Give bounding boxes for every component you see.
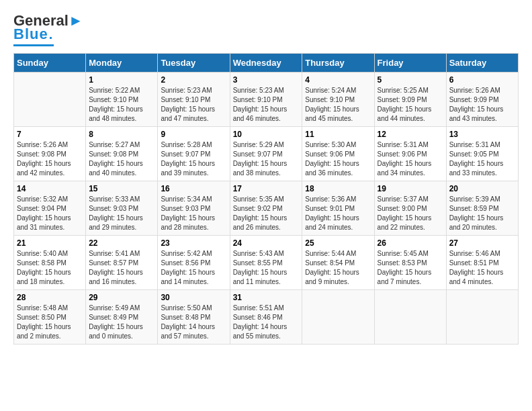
day-info: Sunrise: 5:31 AM Sunset: 9:06 PM Dayligh… <box>378 140 443 178</box>
day-number: 7 <box>17 130 83 139</box>
column-header-friday: Friday <box>374 54 446 73</box>
calendar-cell: 17Sunrise: 5:35 AM Sunset: 9:02 PM Dayli… <box>230 181 302 236</box>
calendar-week-row: 28Sunrise: 5:48 AM Sunset: 8:50 PM Dayli… <box>14 290 519 345</box>
day-number: 31 <box>233 293 300 302</box>
calendar-cell: 13Sunrise: 5:31 AM Sunset: 9:05 PM Dayli… <box>446 127 518 181</box>
column-header-sunday: Sunday <box>14 54 86 73</box>
day-info: Sunrise: 5:43 AM Sunset: 8:55 PM Dayligh… <box>233 249 300 287</box>
calendar-cell: 4Sunrise: 5:24 AM Sunset: 9:10 PM Daylig… <box>302 73 374 127</box>
day-number: 13 <box>449 130 515 139</box>
day-info: Sunrise: 5:36 AM Sunset: 9:01 PM Dayligh… <box>305 195 371 232</box>
calendar-cell: 23Sunrise: 5:42 AM Sunset: 8:56 PM Dayli… <box>158 236 230 290</box>
day-info: Sunrise: 5:41 AM Sunset: 8:57 PM Dayligh… <box>89 249 154 287</box>
day-number: 12 <box>378 130 443 139</box>
day-number: 30 <box>161 293 226 302</box>
calendar-cell: 1Sunrise: 5:22 AM Sunset: 9:10 PM Daylig… <box>86 73 158 127</box>
calendar-cell: 20Sunrise: 5:39 AM Sunset: 8:59 PM Dayli… <box>446 181 518 236</box>
day-number: 14 <box>17 184 83 193</box>
calendar-cell: 24Sunrise: 5:43 AM Sunset: 8:55 PM Dayli… <box>230 236 302 290</box>
calendar-cell: 9Sunrise: 5:28 AM Sunset: 9:07 PM Daylig… <box>158 127 230 181</box>
calendar-cell: 14Sunrise: 5:32 AM Sunset: 9:04 PM Dayli… <box>14 181 86 236</box>
day-number: 6 <box>449 75 515 85</box>
day-info: Sunrise: 5:51 AM Sunset: 8:46 PM Dayligh… <box>233 304 300 341</box>
calendar-cell: 5Sunrise: 5:25 AM Sunset: 9:09 PM Daylig… <box>374 73 446 127</box>
day-info: Sunrise: 5:46 AM Sunset: 8:51 PM Dayligh… <box>449 249 515 287</box>
day-number: 8 <box>89 130 154 139</box>
column-header-tuesday: Tuesday <box>158 54 230 73</box>
day-number: 19 <box>378 184 443 193</box>
calendar-cell: 21Sunrise: 5:40 AM Sunset: 8:58 PM Dayli… <box>14 236 86 290</box>
day-number: 10 <box>233 130 300 139</box>
calendar-week-row: 21Sunrise: 5:40 AM Sunset: 8:58 PM Dayli… <box>14 236 519 290</box>
day-info: Sunrise: 5:40 AM Sunset: 8:58 PM Dayligh… <box>17 249 83 287</box>
calendar-header-row: SundayMondayTuesdayWednesdayThursdayFrid… <box>14 54 519 73</box>
day-info: Sunrise: 5:44 AM Sunset: 8:54 PM Dayligh… <box>305 249 371 287</box>
day-number: 16 <box>161 184 226 193</box>
day-info: Sunrise: 5:29 AM Sunset: 9:07 PM Dayligh… <box>233 140 300 178</box>
calendar-cell: 16Sunrise: 5:34 AM Sunset: 9:03 PM Dayli… <box>158 181 230 236</box>
day-info: Sunrise: 5:30 AM Sunset: 9:06 PM Dayligh… <box>305 140 371 178</box>
calendar-cell: 30Sunrise: 5:50 AM Sunset: 8:48 PM Dayli… <box>158 290 230 345</box>
day-info: Sunrise: 5:31 AM Sunset: 9:05 PM Dayligh… <box>449 140 515 178</box>
day-info: Sunrise: 5:24 AM Sunset: 9:10 PM Dayligh… <box>305 86 371 124</box>
calendar-cell: 7Sunrise: 5:26 AM Sunset: 9:08 PM Daylig… <box>14 127 86 181</box>
day-info: Sunrise: 5:34 AM Sunset: 9:03 PM Dayligh… <box>161 195 226 232</box>
column-header-thursday: Thursday <box>302 54 374 73</box>
day-number: 18 <box>305 184 371 193</box>
calendar-cell: 25Sunrise: 5:44 AM Sunset: 8:54 PM Dayli… <box>302 236 374 290</box>
day-info: Sunrise: 5:48 AM Sunset: 8:50 PM Dayligh… <box>17 304 83 341</box>
day-number: 25 <box>305 238 371 248</box>
logo: General► Blue <box>13 13 83 46</box>
calendar-week-row: 14Sunrise: 5:32 AM Sunset: 9:04 PM Dayli… <box>14 181 519 236</box>
column-header-saturday: Saturday <box>446 54 518 73</box>
calendar-cell: 18Sunrise: 5:36 AM Sunset: 9:01 PM Dayli… <box>302 181 374 236</box>
column-header-monday: Monday <box>86 54 158 73</box>
day-number: 9 <box>161 130 226 139</box>
day-number: 15 <box>89 184 154 193</box>
column-header-wednesday: Wednesday <box>230 54 302 73</box>
day-info: Sunrise: 5:22 AM Sunset: 9:10 PM Dayligh… <box>89 86 154 124</box>
day-info: Sunrise: 5:45 AM Sunset: 8:53 PM Dayligh… <box>378 249 443 287</box>
day-number: 23 <box>161 238 226 248</box>
calendar-cell: 28Sunrise: 5:48 AM Sunset: 8:50 PM Dayli… <box>14 290 86 345</box>
day-info: Sunrise: 5:26 AM Sunset: 9:09 PM Dayligh… <box>449 86 515 124</box>
day-number: 1 <box>89 75 154 85</box>
calendar-table: SundayMondayTuesdayWednesdayThursdayFrid… <box>13 53 519 345</box>
day-number: 22 <box>89 238 154 248</box>
day-info: Sunrise: 5:37 AM Sunset: 9:00 PM Dayligh… <box>378 195 443 232</box>
day-number: 26 <box>378 238 443 248</box>
calendar-cell: 22Sunrise: 5:41 AM Sunset: 8:57 PM Dayli… <box>86 236 158 290</box>
day-info: Sunrise: 5:49 AM Sunset: 8:49 PM Dayligh… <box>89 304 154 341</box>
calendar-cell: 6Sunrise: 5:26 AM Sunset: 9:09 PM Daylig… <box>446 73 518 127</box>
day-info: Sunrise: 5:26 AM Sunset: 9:08 PM Dayligh… <box>17 140 83 178</box>
page-header: General► Blue <box>13 13 519 46</box>
day-info: Sunrise: 5:39 AM Sunset: 8:59 PM Dayligh… <box>449 195 515 232</box>
day-number: 21 <box>17 238 83 248</box>
day-info: Sunrise: 5:32 AM Sunset: 9:04 PM Dayligh… <box>17 195 83 232</box>
calendar-cell: 31Sunrise: 5:51 AM Sunset: 8:46 PM Dayli… <box>230 290 302 345</box>
day-number: 17 <box>233 184 300 193</box>
day-number: 11 <box>305 130 371 139</box>
calendar-week-row: 1Sunrise: 5:22 AM Sunset: 9:10 PM Daylig… <box>14 73 519 127</box>
day-info: Sunrise: 5:35 AM Sunset: 9:02 PM Dayligh… <box>233 195 300 232</box>
calendar-cell: 29Sunrise: 5:49 AM Sunset: 8:49 PM Dayli… <box>86 290 158 345</box>
calendar-cell <box>374 290 446 345</box>
calendar-cell <box>446 290 518 345</box>
calendar-cell <box>14 73 86 127</box>
calendar-cell: 15Sunrise: 5:33 AM Sunset: 9:03 PM Dayli… <box>86 181 158 236</box>
calendar-cell: 27Sunrise: 5:46 AM Sunset: 8:51 PM Dayli… <box>446 236 518 290</box>
calendar-cell: 3Sunrise: 5:23 AM Sunset: 9:10 PM Daylig… <box>230 73 302 127</box>
day-number: 24 <box>233 238 300 248</box>
calendar-cell: 11Sunrise: 5:30 AM Sunset: 9:06 PM Dayli… <box>302 127 374 181</box>
calendar-cell: 8Sunrise: 5:27 AM Sunset: 9:08 PM Daylig… <box>86 127 158 181</box>
day-info: Sunrise: 5:23 AM Sunset: 9:10 PM Dayligh… <box>161 86 226 124</box>
day-info: Sunrise: 5:27 AM Sunset: 9:08 PM Dayligh… <box>89 140 154 178</box>
day-info: Sunrise: 5:25 AM Sunset: 9:09 PM Dayligh… <box>378 86 443 124</box>
day-info: Sunrise: 5:23 AM Sunset: 9:10 PM Dayligh… <box>233 86 300 124</box>
day-number: 29 <box>89 293 154 302</box>
day-number: 2 <box>161 75 226 85</box>
day-number: 3 <box>233 75 300 85</box>
calendar-cell: 10Sunrise: 5:29 AM Sunset: 9:07 PM Dayli… <box>230 127 302 181</box>
day-number: 20 <box>449 184 515 193</box>
calendar-cell: 2Sunrise: 5:23 AM Sunset: 9:10 PM Daylig… <box>158 73 230 127</box>
